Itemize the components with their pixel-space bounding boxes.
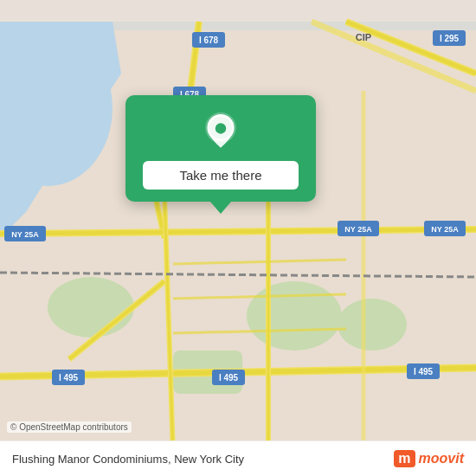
svg-text:NY 25A: NY 25A	[11, 230, 39, 239]
svg-text:I 678: I 678	[199, 35, 219, 45]
svg-text:CIP: CIP	[356, 32, 371, 42]
svg-text:I 495: I 495	[59, 373, 79, 383]
svg-text:NY 25A: NY 25A	[344, 225, 372, 234]
location-label: Flushing Manor Condominiums, New York Ci…	[12, 453, 244, 466]
location-pin-icon	[200, 111, 241, 152]
svg-point-6	[247, 281, 342, 351]
svg-point-55	[215, 123, 226, 133]
svg-point-7	[338, 299, 407, 351]
map-container: I 678 I 678 I 295 CIP NY 25A NY 25A NY 2…	[0, 0, 476, 476]
moovit-logo: m moovit	[394, 450, 464, 467]
moovit-wordmark: moovit	[419, 451, 464, 466]
location-popup: Take me there	[125, 95, 316, 202]
svg-text:I 495: I 495	[219, 373, 239, 383]
svg-text:I 495: I 495	[414, 367, 434, 376]
moovit-m-badge: m	[394, 450, 415, 467]
copyright-text: © OpenStreetMap contributors	[7, 421, 132, 433]
svg-text:NY 25A: NY 25A	[431, 225, 459, 234]
svg-point-5	[48, 277, 134, 338]
bottom-bar: Flushing Manor Condominiums, New York Ci…	[0, 441, 476, 476]
svg-text:I 295: I 295	[440, 34, 460, 43]
map-background: I 678 I 678 I 295 CIP NY 25A NY 25A NY 2…	[0, 0, 476, 476]
take-me-there-button[interactable]: Take me there	[143, 161, 299, 190]
